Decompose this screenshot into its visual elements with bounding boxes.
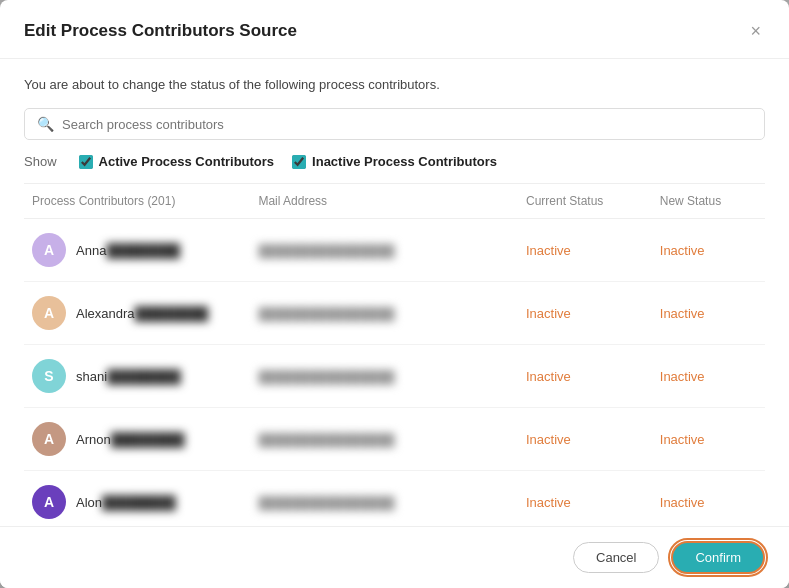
mail-cell-1: ████████████████ [250, 219, 518, 282]
current-status-cell-3: Inactive [518, 345, 652, 408]
current-status-5: Inactive [526, 495, 571, 510]
current-status-1: Inactive [526, 243, 571, 258]
user-name-4: Arnon████████ [76, 432, 184, 447]
new-status-4: Inactive [660, 432, 705, 447]
new-status-cell-2: Inactive [652, 282, 765, 345]
col-header-new: New Status [652, 184, 765, 219]
user-cell-2: A Alexandra████████ [24, 282, 250, 345]
search-icon: 🔍 [37, 116, 54, 132]
mail-cell-3: ████████████████ [250, 345, 518, 408]
user-cell-4: A Arnon████████ [24, 408, 250, 471]
contributors-table: Process Contributors (201) Mail Address … [24, 184, 765, 526]
confirm-button[interactable]: Confirm [671, 541, 765, 574]
new-status-1: Inactive [660, 243, 705, 258]
new-status-cell-5: Inactive [652, 471, 765, 527]
current-status-3: Inactive [526, 369, 571, 384]
inactive-filter-group: Inactive Process Contributors [292, 154, 497, 169]
table-row: A Alon████████ ████████████████ Inactive… [24, 471, 765, 527]
table-header-row: Process Contributors (201) Mail Address … [24, 184, 765, 219]
user-cell-1: A Anna████████ [24, 219, 250, 282]
user-name-suffix-2: ████████ [135, 306, 209, 321]
active-filter-group: Active Process Contributors [79, 154, 275, 169]
description-text: You are about to change the status of th… [24, 77, 765, 92]
table-row: A Anna████████ ████████████████ Inactive… [24, 219, 765, 282]
mail-value-4: ████████████████ [258, 433, 394, 447]
col-header-mail: Mail Address [250, 184, 518, 219]
new-status-cell-4: Inactive [652, 408, 765, 471]
modal-title: Edit Process Contributors Source [24, 21, 297, 41]
new-status-2: Inactive [660, 306, 705, 321]
user-name-1: Anna████████ [76, 243, 180, 258]
mail-value-3: ████████████████ [258, 370, 394, 384]
user-cell-3: S shani████████ [24, 345, 250, 408]
user-name-suffix-4: ████████ [111, 432, 185, 447]
inactive-filter-label: Inactive Process Contributors [312, 154, 497, 169]
user-cell-5: A Alon████████ [24, 471, 250, 527]
current-status-cell-4: Inactive [518, 408, 652, 471]
user-name-suffix-5: ████████ [102, 495, 176, 510]
current-status-cell-2: Inactive [518, 282, 652, 345]
show-label: Show [24, 154, 57, 169]
new-status-cell-1: Inactive [652, 219, 765, 282]
active-filter-label: Active Process Contributors [99, 154, 275, 169]
table-row: S shani████████ ████████████████ Inactiv… [24, 345, 765, 408]
col-header-name: Process Contributors (201) [24, 184, 250, 219]
modal: Edit Process Contributors Source × You a… [0, 0, 789, 588]
mail-value-1: ████████████████ [258, 244, 394, 258]
modal-overlay: Edit Process Contributors Source × You a… [0, 0, 789, 588]
active-checkbox[interactable] [79, 155, 93, 169]
modal-body: You are about to change the status of th… [0, 59, 789, 526]
avatar-2: A [32, 296, 66, 330]
mail-cell-5: ████████████████ [250, 471, 518, 527]
current-status-4: Inactive [526, 432, 571, 447]
new-status-cell-3: Inactive [652, 345, 765, 408]
col-header-current: Current Status [518, 184, 652, 219]
user-name-suffix-1: ████████ [106, 243, 180, 258]
search-bar: 🔍 [24, 108, 765, 140]
search-input[interactable] [62, 117, 752, 132]
user-name-3: shani████████ [76, 369, 181, 384]
user-name-5: Alon████████ [76, 495, 176, 510]
inactive-checkbox[interactable] [292, 155, 306, 169]
table-row: A Alexandra████████ ████████████████ Ina… [24, 282, 765, 345]
current-status-2: Inactive [526, 306, 571, 321]
table-body: A Anna████████ ████████████████ Inactive… [24, 219, 765, 527]
contributors-table-container: Process Contributors (201) Mail Address … [24, 183, 765, 526]
mail-value-5: ████████████████ [258, 496, 394, 510]
table-row: A Arnon████████ ████████████████ Inactiv… [24, 408, 765, 471]
modal-header: Edit Process Contributors Source × [0, 0, 789, 59]
avatar-1: A [32, 233, 66, 267]
avatar-3: S [32, 359, 66, 393]
avatar-5: A [32, 485, 66, 519]
avatar-4: A [32, 422, 66, 456]
mail-cell-2: ████████████████ [250, 282, 518, 345]
user-name-2: Alexandra████████ [76, 306, 208, 321]
current-status-cell-1: Inactive [518, 219, 652, 282]
mail-cell-4: ████████████████ [250, 408, 518, 471]
mail-value-2: ████████████████ [258, 307, 394, 321]
current-status-cell-5: Inactive [518, 471, 652, 527]
user-name-suffix-3: ████████ [107, 369, 181, 384]
filter-row: Show Active Process Contributors Inactiv… [24, 154, 765, 169]
new-status-5: Inactive [660, 495, 705, 510]
cancel-button[interactable]: Cancel [573, 542, 659, 573]
new-status-3: Inactive [660, 369, 705, 384]
close-button[interactable]: × [746, 20, 765, 42]
modal-footer: Cancel Confirm [0, 526, 789, 588]
